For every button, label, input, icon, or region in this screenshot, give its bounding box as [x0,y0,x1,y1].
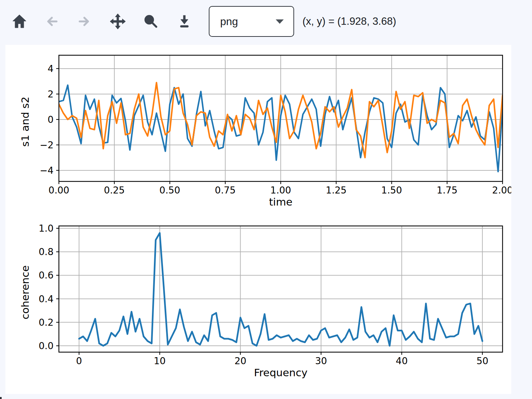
svg-text:30: 30 [315,355,327,367]
format-select-value: png [220,15,238,28]
svg-text:1.75: 1.75 [437,185,457,196]
svg-text:0: 0 [76,355,82,367]
svg-text:50: 50 [476,355,489,367]
svg-text:0.2: 0.2 [38,317,54,328]
svg-text:0.50: 0.50 [159,185,180,196]
svg-text:−4: −4 [40,165,54,176]
svg-text:40: 40 [396,355,408,367]
charts-svg[interactable]: 0.000.250.500.751.001.251.501.752.00−4−2… [5,45,511,394]
cursor-readout: (x, y) = (1.928, 3.68) [302,15,396,27]
svg-text:Frequency: Frequency [254,367,307,379]
format-select[interactable]: png [209,6,294,37]
svg-text:10: 10 [154,355,166,367]
svg-text:s1 and s2: s1 and s2 [19,97,31,147]
zoom-button[interactable] [143,13,159,30]
svg-text:−2: −2 [40,140,54,151]
arrow-right-icon [77,14,92,29]
svg-text:0.00: 0.00 [49,185,69,196]
arrow-left-icon [45,14,59,29]
home-button[interactable] [11,13,28,30]
forward-button[interactable] [76,13,93,30]
figure-canvas[interactable]: 0.000.250.500.751.001.251.501.752.00−4−2… [5,45,511,394]
chevron-down-icon [275,19,284,24]
svg-text:0.75: 0.75 [215,185,236,196]
svg-text:coherence: coherence [19,265,31,320]
pan-button[interactable] [109,13,126,30]
svg-text:2: 2 [48,89,54,100]
svg-text:time: time [269,196,292,208]
svg-text:4: 4 [48,63,54,74]
svg-text:0.0: 0.0 [38,340,54,351]
svg-text:20: 20 [235,355,247,367]
svg-text:0.25: 0.25 [104,185,125,196]
zoom-in-icon [144,14,158,29]
svg-text:0: 0 [48,114,54,125]
svg-text:0.4: 0.4 [38,294,54,305]
svg-text:1.25: 1.25 [326,185,347,196]
back-button[interactable] [43,13,60,30]
svg-text:0.6: 0.6 [38,270,54,281]
svg-text:1.50: 1.50 [381,185,402,196]
toolbar: png (x, y) = (1.928, 3.68) [0,0,532,43]
home-icon [12,14,27,29]
move-icon [110,14,125,29]
download-icon [177,14,192,29]
svg-text:0.8: 0.8 [38,246,54,257]
svg-text:2.00: 2.00 [492,185,511,196]
download-button[interactable] [176,13,193,30]
screen-artifact [0,397,2,399]
svg-text:1.0: 1.0 [38,223,54,234]
svg-text:1.00: 1.00 [270,185,291,196]
